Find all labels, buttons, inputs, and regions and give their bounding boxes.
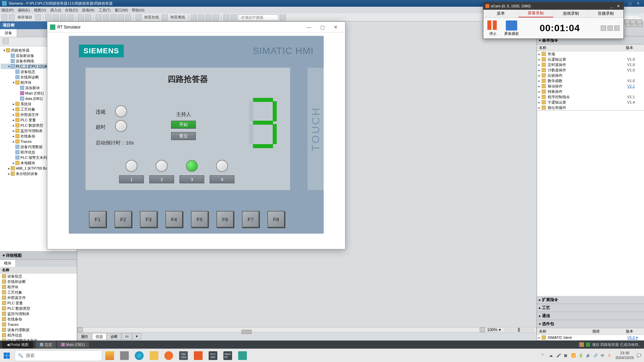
col-name[interactable]: 名称 (537, 328, 590, 335)
zoom-value[interactable]: 100% (487, 327, 497, 332)
portal-btn2[interactable] (631, 19, 636, 24)
maximize-button[interactable]: ▢ (626, 1, 634, 6)
tool-cut-icon[interactable] (45, 14, 51, 20)
instruction-row[interactable]: ▸比较操作 (537, 73, 644, 78)
detail-view-title[interactable]: ▾ 详细视图 (0, 251, 77, 260)
tab-info[interactable]: 信息 (92, 333, 107, 340)
fkey-f6[interactable]: F6 (216, 211, 234, 228)
instruction-row[interactable]: ▸常规 (537, 51, 644, 57)
detail-row[interactable]: PLC 数据类型 (0, 306, 77, 311)
instruction-row[interactable]: ▸转换操作 (537, 89, 644, 94)
instruction-row[interactable]: ▸计数器操作V1.0 (537, 67, 644, 73)
sim-minimize-button[interactable]: — (302, 22, 316, 32)
ocam-tab-game-rec[interactable]: 游戏录制 (553, 10, 589, 17)
detail-row[interactable]: 外部源文件 (0, 295, 77, 300)
fkey-f5[interactable]: F5 (191, 211, 208, 228)
scroll-thumb[interactable] (241, 330, 252, 334)
tray-app-icon[interactable]: ▦ (564, 353, 569, 358)
fkey-f4[interactable]: F4 (165, 211, 183, 228)
instruction-row[interactable]: ▸字逻辑运算V1.4 (537, 100, 644, 105)
ocam-capture-button[interactable]: 屏幕捕获 (504, 20, 519, 36)
tray-battery-icon[interactable]: 🔋 (579, 353, 583, 358)
section-extended[interactable]: ▸扩展指令 (537, 296, 644, 304)
tool-gooffline-icon[interactable] (162, 14, 168, 20)
scroll-left-icon[interactable] (77, 327, 83, 332)
col-name[interactable]: 名称 (537, 45, 624, 51)
option-row[interactable]: ▸SIMATIC IdentV5.0 ▾ (537, 335, 644, 340)
tool-gooffline-label[interactable]: 转至离线 (169, 15, 186, 20)
tool-redo-icon[interactable] (85, 14, 91, 20)
detail-row[interactable]: 工艺对象 (0, 290, 77, 295)
expand-icon[interactable]: ▸ (12, 129, 15, 133)
detail-row[interactable]: 设备代理数据 (0, 327, 77, 333)
detail-row[interactable]: PLC 变量 (0, 300, 77, 306)
tool-split2-icon[interactable] (231, 14, 237, 20)
expand-icon[interactable]: ▾ (12, 80, 15, 85)
tb-app-wincc[interactable]: WinCRT (221, 349, 234, 362)
expand-icon[interactable]: ▸ (7, 172, 11, 176)
expand-icon[interactable]: ▸ (537, 68, 542, 72)
expand-icon[interactable]: ▸ (7, 166, 11, 171)
expand-icon[interactable]: ▸ (12, 113, 15, 117)
tool-paste-icon[interactable] (60, 14, 66, 20)
menu-tools[interactable]: 工具(T) (99, 8, 111, 13)
expand-icon[interactable]: ▸ (12, 134, 15, 138)
tb-app-explorer[interactable] (148, 349, 160, 362)
tray-link-icon[interactable]: 🔗 (593, 353, 598, 358)
tool-delete-icon[interactable] (67, 14, 73, 20)
expand-icon[interactable]: ▸ (537, 336, 542, 340)
tool-upload-icon[interactable] (110, 14, 116, 20)
portal-btn1[interactable] (625, 19, 630, 24)
menu-window[interactable]: 窗口(W) (115, 8, 128, 13)
tab-diagnostics[interactable]: 诊断 (107, 333, 121, 340)
tool-sim-icon[interactable] (118, 14, 124, 20)
detail-row[interactable]: 在线备份 (0, 316, 77, 322)
tool-save-label[interactable]: 保存项目 (16, 15, 34, 20)
menu-online[interactable]: 在线(O) (65, 8, 78, 13)
tree-tool1-icon[interactable] (3, 38, 9, 44)
expand-icon[interactable]: ▸ (537, 89, 542, 94)
menu-options[interactable]: 选项(N) (82, 8, 94, 13)
section-technology[interactable]: ▸工艺 (537, 304, 644, 312)
ocam-tab-menu[interactable]: 菜单 (483, 10, 519, 17)
sim-titlebar[interactable]: RT Simulator — ▢ ✕ (47, 22, 345, 33)
instruction-row[interactable]: ▸定时器操作V1.0 (537, 62, 644, 67)
inspector-expand-icon[interactable]: ▭ (121, 333, 132, 340)
tray-onedrive-icon[interactable]: ☁ (549, 353, 554, 358)
sim-maximize-button[interactable]: ▢ (316, 22, 329, 32)
expand-icon[interactable]: ▸ (537, 84, 542, 88)
detail-row[interactable]: 在线和诊断 (0, 279, 77, 284)
expand-icon[interactable]: ▸ (537, 95, 542, 99)
ocam-tab-screen-rec[interactable]: 屏幕录制 (519, 10, 554, 17)
toolbar-search-input[interactable] (238, 14, 278, 20)
detail-row[interactable]: PLC 报警文本列表 (0, 338, 77, 341)
detail-row[interactable]: 程序块 (0, 284, 77, 290)
fkey-f1[interactable]: F1 (89, 211, 106, 228)
reset-button[interactable]: 复位 (171, 132, 196, 140)
tb-app-everything[interactable] (162, 349, 175, 362)
tray-app2-icon[interactable]: S (608, 353, 613, 358)
close-button[interactable]: ✕ (634, 1, 642, 6)
ocam-window[interactable]: oCam (0, 0, 1920, 1080) _ ✕ 菜单 屏幕录制 游戏录制… (483, 2, 624, 39)
col-description[interactable]: 描述 (590, 328, 624, 335)
tb-app-ocam[interactable] (192, 349, 205, 362)
player-4-button[interactable]: 4 (210, 175, 234, 183)
taskbar-search[interactable]: 🔍 搜索 (15, 350, 102, 361)
tb-app-plcsim[interactable]: PLCSIM (207, 349, 219, 362)
expand-icon[interactable]: ▸ (537, 79, 542, 83)
option-version[interactable]: V5.0 ▾ (627, 336, 644, 340)
instruction-row[interactable]: ▸位逻辑运算V1.0 (537, 57, 644, 62)
section-options[interactable]: ▾选件包 (537, 320, 644, 328)
doc-tab-overview[interactable]: 总览 (36, 341, 56, 348)
player-2-button[interactable]: 2 (149, 175, 174, 183)
player-1-button[interactable]: 1 (119, 175, 144, 183)
instruction-row[interactable]: ▸移位和循环 (537, 105, 644, 110)
tool-compile-icon[interactable] (96, 14, 102, 20)
ocam-minimize-button[interactable]: _ (608, 4, 615, 8)
fkey-f2[interactable]: F2 (114, 211, 132, 228)
instruction-version[interactable]: V2.1 (627, 84, 644, 88)
tool-start-icon[interactable] (125, 14, 131, 20)
tray-ime-icon[interactable]: 中 (601, 353, 605, 358)
menu-insert[interactable]: 插入(I) (50, 8, 61, 13)
expand-icon[interactable]: ▸ (12, 107, 15, 112)
